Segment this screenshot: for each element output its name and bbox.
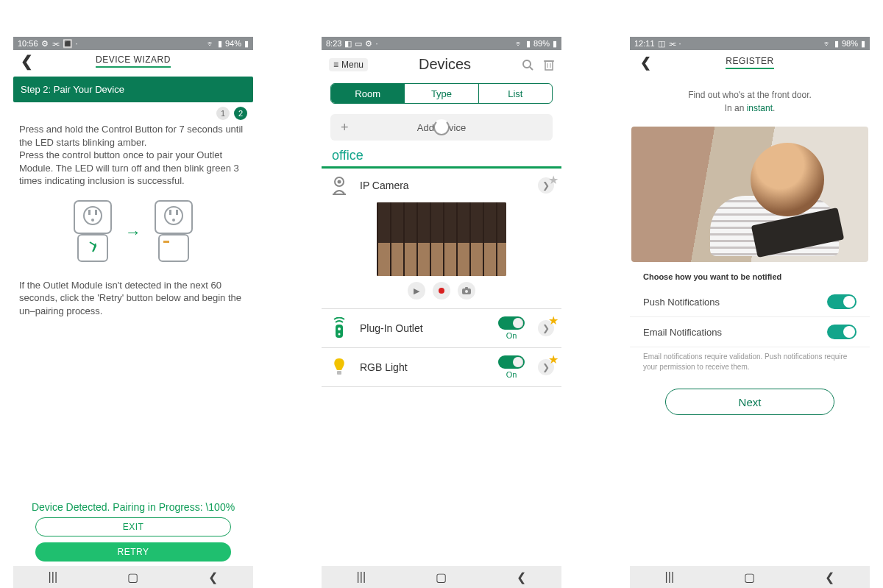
instructions-2: If the Outlet Module isn't detected in t… [13,276,253,321]
step-banner-text: Step 2: Pair Your Device [21,84,124,95]
home-button[interactable]: ▢ [127,570,138,584]
svg-rect-12 [163,241,169,243]
gear-status-icon: ⚙ [365,39,372,49]
view-segmented-control: Room Type List [330,83,553,104]
status-time: 10:56 [18,39,38,48]
outlet-after-icon [152,199,196,266]
device-name: IP Camera [360,180,528,191]
next-button[interactable]: Next [665,389,834,415]
exit-button[interactable]: EXIT [35,517,231,536]
battery-text: 89% [533,39,550,48]
battery-text: 98% [842,39,858,48]
retry-button[interactable]: RETRY [35,542,231,562]
notification-footnote: Email notifications require validation. … [630,347,870,372]
app-header: ≡ Menu Devices [322,50,561,79]
tab-list[interactable]: List [478,84,552,103]
outlet-before-icon [71,199,115,266]
more-status-icon: · [679,39,681,48]
home-button[interactable]: ▢ [744,570,755,584]
phone-devices-list: 8:23 ◧ ▭ ⚙ · ᯤ ▮ 89% ▮ ≡ Menu Devices [322,37,561,588]
section-heading: Choose how you want to be notified [630,262,870,287]
home-button[interactable]: ▢ [436,570,447,584]
status-time: 8:23 [326,39,341,48]
device-row-outlet[interactable]: ★ Plug-In Outlet On ❯ [322,309,561,348]
instruction-para-3: If the Outlet Module isn't detected in t… [19,280,241,316]
plus-icon: + [341,120,349,135]
tab-type[interactable]: Type [404,84,478,103]
svg-point-10 [172,219,175,222]
play-button[interactable]: ▶ [408,282,425,300]
favorite-star-icon[interactable]: ★ [548,353,558,366]
push-toggle[interactable] [827,294,857,309]
battery-text: 94% [225,39,241,48]
status-bar: 10:56 ⚙ ⫘ 🔳 · ᯤ ▮ 94% ▮ [13,37,253,50]
svg-point-26 [338,327,341,330]
room-heading: office [322,141,561,169]
svg-point-27 [338,333,341,336]
signal-icon: ▮ [834,39,839,49]
device-row-camera[interactable]: ★ IP Camera ❯ [322,169,561,202]
svg-rect-11 [159,235,188,261]
signal-icon: ▮ [526,39,531,49]
power-toggle[interactable] [498,355,525,369]
svg-rect-2 [88,210,91,215]
svg-rect-5 [78,235,107,261]
page-title: Devices [419,56,471,73]
email-label: Email Notifications [643,327,722,338]
tagline: Find out who's at the front door. In an … [630,88,870,115]
svg-point-1 [84,207,102,224]
svg-point-20 [338,180,341,184]
arrow-right-icon: → [125,223,141,242]
menu-button[interactable]: ≡ Menu [329,58,368,71]
back-button[interactable]: ❮ [517,570,526,584]
recent-apps-button[interactable]: ||| [49,570,57,584]
instruction-para-2: Press the control button once to pair yo… [19,149,239,186]
search-icon[interactable] [522,59,533,71]
toggle-state-label: On [506,331,517,340]
step-banner: Step 2: Pair Your Device [13,77,253,102]
tab-room[interactable]: Room [331,84,404,103]
status-bar: 8:23 ◧ ▭ ⚙ · ᯤ ▮ 89% ▮ [322,37,561,50]
back-icon[interactable]: ❮ [21,52,33,70]
svg-rect-25 [336,325,343,338]
recent-apps-button[interactable]: ||| [357,570,366,584]
menu-label: Menu [341,60,364,70]
svg-point-4 [91,219,94,222]
gear-status-icon: ⚙ [41,39,49,49]
device-row-light[interactable]: ★ RGB Light On ❯ [322,348,561,387]
email-notifications-row: Email Notifications [630,317,870,347]
push-label: Push Notifications [643,297,720,308]
email-toggle[interactable] [827,325,857,339]
pairing-status: Device Detected. Pairing in Progress: \1… [13,464,253,513]
bulb-icon [329,358,350,377]
svg-point-13 [523,60,531,68]
device-name: Plug-In Outlet [360,322,488,334]
power-toggle[interactable] [498,316,525,330]
phone-register: 12:11 ◫ ⫘ · ᯤ ▮ 98% ▮ ❮ REGISTER Find ou… [630,37,870,588]
camera-preview[interactable] [377,202,506,276]
camera-icon [329,176,350,195]
back-button[interactable]: ❮ [208,570,218,584]
device-name: RGB Light [360,361,488,373]
tagline-emphasis: instant [747,103,773,113]
link-status-icon: ⫘ [668,39,676,48]
battery-icon: ▮ [861,39,865,49]
back-icon[interactable]: ❮ [640,54,651,71]
snapshot-button[interactable] [458,282,475,300]
push-notifications-row: Push Notifications [630,287,870,317]
favorite-star-icon[interactable]: ★ [548,314,558,327]
svg-point-24 [465,290,468,293]
wifi-icon: ᯤ [207,39,215,48]
battery-icon: ▮ [553,39,557,49]
recent-apps-button[interactable]: ||| [665,570,674,584]
record-button[interactable] [433,282,450,300]
back-button[interactable]: ❮ [825,570,834,584]
add-device-button[interactable]: + Add Device [330,114,553,141]
status-time: 12:11 [634,39,655,48]
pairing-diagram: → [13,199,253,266]
step-indicator: 1 2 [13,107,253,120]
trash-icon[interactable] [544,59,554,71]
header-title: REGISTER [726,56,773,69]
card-status-icon: ▭ [355,39,362,49]
favorite-star-icon[interactable]: ★ [548,174,558,186]
